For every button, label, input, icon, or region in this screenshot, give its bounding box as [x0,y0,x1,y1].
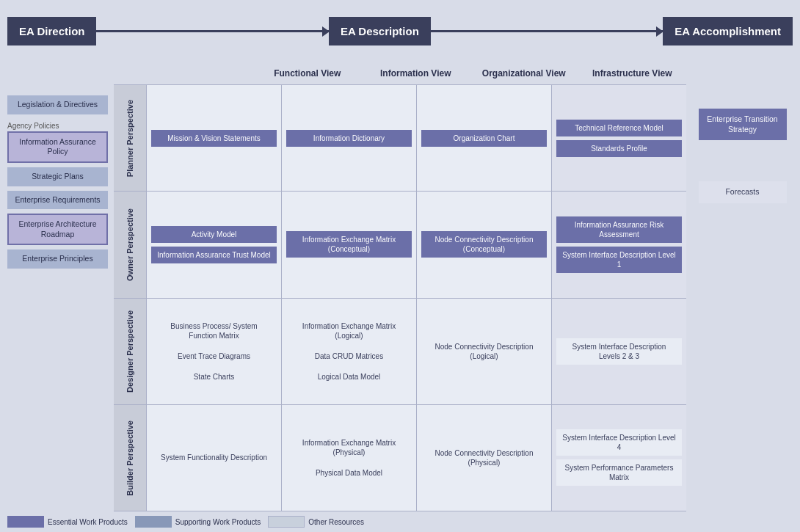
legend-supporting-box [135,516,172,528]
grid-row-planner: Planner Perspective Mission & Vision Sta… [114,84,686,191]
cell-planner-information: Information Dictionary [282,85,417,191]
card-organization-chart[interactable]: Organization Chart [421,130,547,147]
sidebar-enterprise-requirements: Enterprise Requirements [7,191,108,210]
sidebar-strategic-plans: Strategic Plans [7,167,108,186]
header-row: EA Direction EA Description EA Accomplis… [0,0,800,62]
left-sidebar: Legislation & Directives Agency Policies… [7,84,114,511]
card-iem-physical[interactable]: Information Exchange Matrix (Physical) [286,434,412,461]
cell-owner-organizational: Node Connectivity Description (Conceptua… [417,192,552,297]
card-activity-model[interactable]: Activity Model [151,226,277,243]
sidebar-enterprise-principles: Enterprise Principles [7,249,108,269]
row-label-designer-text: Designer Perspective [126,310,134,393]
cell-planner-organizational: Organization Chart [417,85,552,191]
cell-builder-organizational: Node Connectivity Description (Physical) [417,405,552,511]
cell-owner-infrastructure: Information Assurance Risk Assessment Sy… [552,192,686,297]
card-iem-conceptual[interactable]: Information Exchange Matrix (Conceptual) [286,231,412,258]
card-ia-risk-assessment[interactable]: Information Assurance Risk Assessment [556,216,682,243]
card-sid-levels23[interactable]: System Interface Description Levels 2 & … [556,338,682,365]
cell-builder-functional: System Functionality Description [147,405,282,511]
ea-accomplishment-box: EA Accomplishment [663,17,793,46]
sidebar-enterprise-architecture-roadmap: Enterprise Architecture Roadmap [7,214,108,245]
col-header-infrastructure: Infrastructure View [578,62,687,84]
arrow-left [96,30,328,32]
legend-supporting: Supporting Work Products [135,516,261,528]
right-panel: Enterprise Transition Strategy Forecasts [686,84,793,511]
card-information-dictionary[interactable]: Information Dictionary [286,130,412,147]
content-area: Legislation & Directives Agency Policies… [0,84,800,511]
row-label-owner-text: Owner Perspective [126,208,134,281]
card-sid-level4[interactable]: System Interface Description Level 4 [556,429,682,456]
footer-legend: Essential Work Products Supporting Work … [0,511,800,532]
card-physical-data-model[interactable]: Physical Data Model [286,464,412,481]
card-sid-level1[interactable]: System Interface Description Level 1 [556,247,682,273]
cell-planner-infrastructure: Technical Reference Model Standards Prof… [552,85,686,191]
sidebar-legislation: Legislation & Directives [7,95,108,114]
card-iem-logical[interactable]: Information Exchange Matrix (Logical) [286,318,412,344]
card-ncd-physical[interactable]: Node Connectivity Description (Physical) [421,445,547,471]
card-event-trace[interactable]: Event Trace Diagrams [151,348,277,365]
legend-essential-box [7,516,44,528]
card-ncd-conceptual[interactable]: Node Connectivity Description (Conceptua… [421,231,547,258]
main-container: EA Direction EA Description EA Accomplis… [0,0,800,532]
cell-designer-organizational: Node Connectivity Description (Logical) [417,299,552,404]
grid-row-builder: Builder Perspective System Functionality… [114,404,686,511]
col-header-functional: Functional View [253,62,362,84]
ea-direction-box: EA Direction [7,17,96,46]
cell-designer-information: Information Exchange Matrix (Logical) Da… [282,299,417,404]
col-header-spacer-left [114,62,220,84]
col-header-spacer-row-label [220,62,253,84]
ea-description-box: EA Description [329,17,431,46]
card-forecasts[interactable]: Forecasts [699,181,787,203]
card-technical-reference-model[interactable]: Technical Reference Model [556,120,682,136]
card-mission-vision[interactable]: Mission & Vision Statements [151,130,277,147]
card-state-charts[interactable]: State Charts [151,368,277,385]
sidebar-agency-policies-label: Agency Policies [7,122,108,130]
card-bp-sf-matrix[interactable]: Business Process/ System Function Matrix [151,318,277,344]
col-header-organizational: Organizational View [470,62,578,84]
row-label-builder-text: Builder Perspective [126,420,134,496]
card-data-crud[interactable]: Data CRUD Matrices [286,348,412,365]
col-header-spacer-right [686,62,793,84]
card-standards-profile[interactable]: Standards Profile [556,140,682,157]
card-system-performance[interactable]: System Performance Parameters Matrix [556,459,682,486]
cell-designer-infrastructure: System Interface Description Levels 2 & … [552,299,686,404]
card-ncd-logical[interactable]: Node Connectivity Description (Logical) [421,338,547,365]
row-label-planner: Planner Perspective [114,85,147,191]
row-label-designer: Designer Perspective [114,299,147,404]
legend-essential: Essential Work Products [7,516,128,528]
grid-area: Planner Perspective Mission & Vision Sta… [114,84,686,511]
row-label-owner: Owner Perspective [114,192,147,297]
cell-owner-functional: Activity Model Information Assurance Tru… [147,192,282,297]
row-label-planner-text: Planner Perspective [126,100,134,177]
card-ia-trust-model[interactable]: Information Assurance Trust Model [151,247,277,263]
col-header-information: Information View [362,62,470,84]
grid-row-owner: Owner Perspective Activity Model Informa… [114,191,686,297]
card-logical-data-model[interactable]: Logical Data Model [286,368,412,385]
cell-builder-infrastructure: System Interface Description Level 4 Sys… [552,405,686,511]
cell-builder-information: Information Exchange Matrix (Physical) P… [282,405,417,511]
cell-designer-functional: Business Process/ System Function Matrix… [147,299,282,404]
legend-supporting-label: Supporting Work Products [175,518,261,526]
card-system-functionality[interactable]: System Functionality Description [151,449,277,466]
cell-planner-functional: Mission & Vision Statements [147,85,282,191]
card-enterprise-transition-strategy[interactable]: Enterprise Transition Strategy [699,109,787,140]
legend-other-label: Other Resources [308,518,364,526]
sidebar-information-assurance-policy: Information Assurance Policy [7,131,108,163]
legend-essential-label: Essential Work Products [48,518,128,526]
legend-other-box [268,516,305,528]
cell-owner-information: Information Exchange Matrix (Conceptual) [282,192,417,297]
grid-row-designer: Designer Perspective Business Process/ S… [114,298,686,404]
row-label-builder: Builder Perspective [114,405,147,511]
legend-other: Other Resources [268,516,364,528]
arrow-right [431,30,663,32]
col-headers: Functional View Information View Organiz… [114,62,800,84]
